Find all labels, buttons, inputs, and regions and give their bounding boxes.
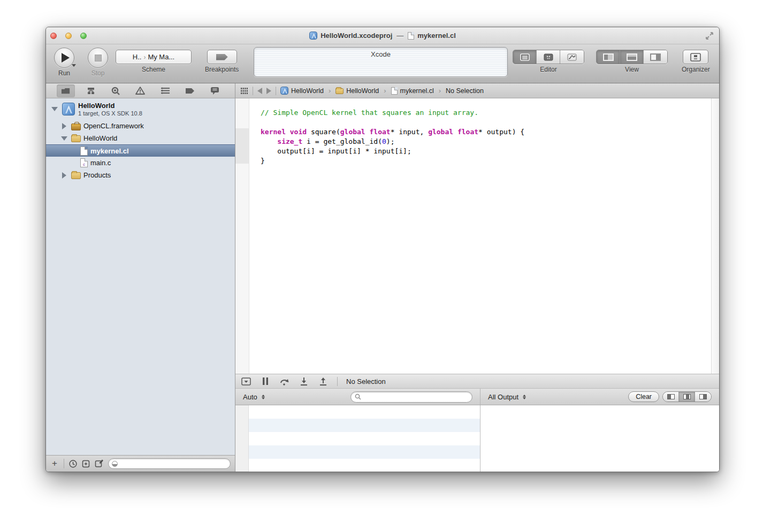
run-button[interactable] [54,48,74,68]
close-window-button[interactable] [50,33,57,39]
tree-item-file-selected[interactable]: mykernel.cl [46,144,235,157]
editor-scrollbar[interactable] [711,98,719,374]
minimize-window-button[interactable] [65,33,72,39]
toggle-navigator-button[interactable] [597,50,620,64]
project-row[interactable]: HelloWorld 1 target, OS X SDK 10.8 [46,98,235,120]
stop-button[interactable] [88,48,108,68]
tree-item-label: OpenCL.framework [83,122,144,130]
document-icon [408,32,414,40]
divider [64,459,64,468]
back-button[interactable] [257,88,262,94]
breakpoint-navigator-tab[interactable] [181,84,199,97]
assistant-editor-button[interactable] [537,50,560,64]
disclosure-open-icon[interactable] [51,107,58,111]
fullscreen-icon[interactable] [705,32,714,40]
clear-console-button[interactable]: Clear [628,391,659,402]
activity-viewer: Xcode [254,47,508,77]
divider [337,377,338,386]
step-into-button[interactable] [299,376,309,386]
variables-list[interactable] [249,405,480,472]
pause-icon [263,377,268,385]
tree-item-group[interactable]: HelloWorld [46,132,235,144]
version-editor-button[interactable] [560,50,584,64]
search-navigator-tab[interactable] [106,84,125,97]
tree-item-framework[interactable]: OpenCL.framework [46,120,235,132]
log-navigator-tab[interactable] [206,84,224,97]
step-out-button[interactable] [318,376,329,386]
toggle-utilities-button[interactable] [644,50,667,64]
file-icon [391,87,398,95]
scheme-destination: My Ma... [148,53,174,61]
tree-item-file[interactable]: c main.c [46,157,235,169]
organizer-button[interactable] [683,50,708,64]
variables-search-input[interactable] [363,393,468,400]
scm-status-icon[interactable] [82,460,90,468]
add-button[interactable]: + [50,458,59,469]
disclosure-open-icon[interactable] [61,136,67,141]
console-view[interactable] [480,405,719,472]
show-console-only-button[interactable] [695,392,711,402]
variables-gutter [235,405,249,472]
variables-view-header: Auto [235,389,480,405]
related-items-icon[interactable] [241,88,248,94]
clear-label: Clear [636,393,652,400]
scheme-selector[interactable]: H.. › My Ma... [116,50,192,64]
issue-navigator-tab[interactable] [131,84,149,97]
window-title-project: HelloWorld.xcodeproj [321,32,392,40]
recently-edited-icon[interactable] [95,459,103,468]
zoom-window-button[interactable] [80,33,87,39]
variables-view[interactable] [235,405,480,472]
console-header: All Output Clear [480,389,719,405]
breakpoints-label: Breakpoints [205,66,239,73]
recent-files-icon[interactable] [69,460,77,468]
show-both-button[interactable] [679,392,695,402]
hide-debug-area-button[interactable] [241,376,251,386]
symbol-navigator-tab[interactable] [82,84,100,97]
show-variables-only-button[interactable] [663,392,679,402]
navigator-sidebar: HelloWorld 1 target, OS X SDK 10.8 OpenC… [46,83,235,472]
popup-arrows-icon[interactable] [262,395,265,399]
step-over-button[interactable] [279,376,290,386]
chevron-icon: › [438,87,441,95]
standard-editor-button[interactable] [513,50,537,64]
debug-bar-status: No Selection [346,377,386,385]
variables-scope-popup[interactable]: Auto [243,393,257,401]
disclosure-closed-icon[interactable] [62,172,66,179]
step-out-icon [319,377,327,385]
forward-button[interactable] [266,88,271,94]
pause-button[interactable] [260,376,271,386]
variables-only-icon [667,394,675,399]
toggle-debug-area-button[interactable] [620,50,644,64]
editor-mode-control [513,50,584,64]
breadcrumb-label: HelloWorld [346,87,379,95]
breadcrumb-group[interactable]: HelloWorld [335,87,379,95]
project-icon [280,87,288,95]
popup-arrows-icon[interactable] [523,395,526,399]
step-over-icon [280,377,289,385]
symbol-navigator-icon [86,87,96,95]
tree-item-products[interactable]: Products [46,169,235,181]
project-name: HelloWorld [78,102,142,110]
debug-navigator-tab[interactable] [156,84,174,97]
navigator-panel-icon [603,53,614,61]
version-editor-icon [567,53,577,61]
hide-debug-area-icon [241,377,251,385]
disclosure-closed-icon[interactable] [62,123,66,129]
stop-icon [95,55,102,61]
breadcrumb-project[interactable]: HelloWorld [280,87,324,95]
project-navigator-tab[interactable] [57,84,75,97]
navigator-filter-field[interactable] [108,458,231,469]
divider [276,87,276,95]
variables-search-field[interactable] [350,391,472,403]
breakpoint-navigator-icon [185,88,195,94]
framework-icon [71,124,81,130]
run-label: Run [58,70,70,77]
source-editor[interactable]: // Simple OpenCL kernel that squares an … [235,98,719,374]
code-lines[interactable]: // Simple OpenCL kernel that squares an … [249,98,711,374]
console-filter-popup[interactable]: All Output [488,393,518,401]
breadcrumb-selection[interactable]: No Selection [446,87,484,95]
divider [253,87,253,95]
breadcrumb-file[interactable]: mykernel.cl [391,87,434,95]
breakpoints-button[interactable] [207,50,237,64]
debug-area-header: Auto All Output Clear [235,389,719,405]
